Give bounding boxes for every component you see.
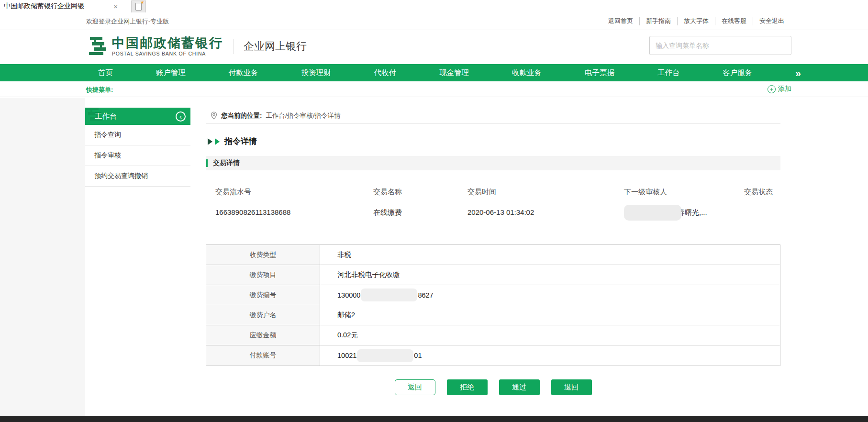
page-title-row: 指令详情	[206, 136, 780, 147]
nav-item-investment[interactable]: 投资理财	[301, 68, 331, 78]
redaction-box	[624, 205, 681, 221]
nav-item-payment[interactable]: 付款业务	[229, 68, 258, 78]
value-prefix: 130000	[337, 291, 360, 299]
nav-item-customer-service[interactable]: 客户服务	[723, 68, 752, 78]
nav-item-home[interactable]: 首页	[98, 68, 113, 78]
field-label: 交易流水号	[215, 188, 373, 197]
field-transaction-time: 交易时间 2020-06-13 01:34:02	[467, 188, 624, 221]
reviewer-partial-text: 春曙光,...	[678, 208, 707, 217]
table-row-payment-account: 付款账号 10021 01	[206, 345, 780, 366]
content-area: 工作台 ‹ 指令查询 指令审核 预约交易查询撤销 您当前的位置: 工作台/指令审…	[0, 98, 868, 416]
sidebar-title: 工作台	[95, 111, 117, 122]
link-home[interactable]: 返回首页	[602, 17, 639, 25]
row-label: 缴费户名	[206, 305, 320, 325]
nav-item-collection-payment[interactable]: 代收付	[374, 68, 397, 78]
sidebar: 工作台 ‹ 指令查询 指令审核 预约交易查询撤销	[85, 108, 190, 187]
redaction-box	[361, 289, 417, 301]
nav-item-workbench[interactable]: 工作台	[657, 68, 680, 78]
table-row-payment-number: 缴费编号 130000 8627	[206, 285, 780, 305]
nav-item-cash-management[interactable]: 现金管理	[439, 68, 469, 78]
new-tab-button[interactable]: ✶	[131, 0, 146, 12]
bottom-dark-bar	[0, 416, 868, 422]
main-nav: 首页 账户管理 付款业务 投资理财 代收付 现金管理 收款业务 电子票据 工作台…	[0, 64, 868, 81]
field-transaction-name: 交易名称 在线缴费	[373, 188, 467, 221]
link-beginner-guide[interactable]: 新手指南	[639, 17, 677, 25]
bank-name-en: POSTAL SAVINGS BANK OF CHINA	[112, 51, 223, 56]
table-row-charge-type: 收费类型 非税	[206, 245, 780, 265]
field-value	[744, 208, 780, 218]
nav-item-account-management[interactable]: 账户管理	[156, 68, 186, 78]
nav-item-e-bills[interactable]: 电子票据	[585, 68, 614, 78]
transaction-details-section-header: 交易详情	[206, 156, 780, 170]
transaction-summary: 交易流水号 1663890826113138688 交易名称 在线缴费 交易时间…	[206, 188, 780, 221]
approve-button[interactable]: 通过	[499, 379, 540, 395]
left-gutter	[0, 98, 85, 416]
field-value: 1663890826113138688	[215, 208, 373, 218]
link-enlarge-font[interactable]: 放大字体	[677, 17, 715, 25]
back-button[interactable]: 返回	[395, 379, 435, 395]
field-label: 下一级审核人	[624, 188, 744, 197]
plus-circle-icon: +	[768, 85, 776, 93]
field-transaction-status: 交易状态	[744, 188, 780, 221]
bank-emblem-icon	[85, 35, 108, 58]
field-label: 交易时间	[467, 188, 624, 197]
link-safe-logout[interactable]: 安全退出	[753, 17, 790, 25]
row-label: 付款账号	[206, 345, 320, 366]
double-triangle-icon	[208, 138, 212, 145]
row-value: 0.02元	[320, 325, 780, 345]
welcome-bar: 欢迎登录企业网上银行-专业版 返回首页 新手指南 放大字体 在线客服 安全退出	[0, 12, 868, 30]
breadcrumb-label: 您当前的位置:	[221, 111, 262, 120]
nav-more-chevrons-icon[interactable]: »	[795, 68, 801, 78]
new-tab-star-icon: ✶	[140, 0, 145, 6]
reject-button[interactable]: 拒绝	[447, 379, 488, 395]
value-suffix: 8627	[418, 291, 433, 299]
header-divider	[234, 39, 234, 54]
sidebar-item-instruction-query[interactable]: 指令查询	[85, 125, 190, 145]
action-buttons: 返回 拒绝 通过 退回	[206, 379, 780, 414]
quick-menu-bar: 快捷菜单: + 添加	[0, 81, 868, 97]
quick-menu-label: 快捷菜单:	[86, 86, 113, 94]
return-button[interactable]: 退回	[551, 379, 592, 395]
row-label: 收费类型	[206, 245, 320, 265]
row-value: 河北非税电子化收缴	[320, 265, 780, 285]
row-value-redacted: 10021 01	[320, 345, 780, 366]
tab-title: 中国邮政储蓄银行企业网银	[4, 2, 84, 11]
value-prefix: 10021	[337, 352, 356, 359]
add-label: 添加	[778, 85, 791, 93]
new-tab-page-icon: ✶	[135, 3, 142, 11]
browser-tab[interactable]: 中国邮政储蓄银行企业网银 ×	[0, 0, 123, 12]
table-row-payer-name: 缴费户名 邮储2	[206, 305, 780, 325]
field-label: 交易状态	[744, 188, 780, 197]
add-quick-menu-button[interactable]: + 添加	[768, 85, 791, 93]
bank-name-cn: 中国邮政储蓄银行	[112, 36, 223, 50]
table-row-payment-item: 缴费项目 河北非税电子化收缴	[206, 265, 780, 285]
table-row-amount-due: 应缴金额 0.02元	[206, 325, 780, 345]
field-next-reviewer: 下一级审核人 春曙光,...	[624, 188, 744, 221]
sidebar-item-scheduled-txn-cancel[interactable]: 预约交易查询撤销	[85, 166, 190, 187]
main-panel: 您当前的位置: 工作台/指令审核/指令详情 指令详情 交易详情 交易流水号 16…	[206, 108, 780, 414]
field-value: 2020-06-13 01:34:02	[467, 208, 624, 218]
menu-search-input[interactable]	[649, 36, 791, 55]
sidebar-collapse-icon[interactable]: ‹	[176, 111, 186, 122]
breadcrumb: 您当前的位置: 工作台/指令审核/指令详情	[206, 108, 780, 124]
row-label: 应缴金额	[206, 325, 320, 345]
welcome-text: 欢迎登录企业网上银行-专业版	[86, 17, 169, 26]
page-title: 指令详情	[224, 136, 257, 147]
row-label: 缴费编号	[206, 285, 320, 305]
link-online-service[interactable]: 在线客服	[715, 17, 753, 25]
row-value: 非税	[320, 245, 780, 265]
field-serial-number: 交易流水号 1663890826113138688	[215, 188, 373, 221]
field-value: 在线缴费	[373, 208, 467, 218]
row-value: 邮储2	[320, 305, 780, 325]
tab-close-icon[interactable]: ×	[111, 2, 120, 11]
field-value-redacted: 春曙光,...	[624, 208, 744, 221]
row-value-redacted: 130000 8627	[320, 285, 780, 305]
bank-name: 中国邮政储蓄银行 POSTAL SAVINGS BANK OF CHINA	[112, 36, 223, 56]
section-accent-bar	[206, 159, 208, 167]
site-header: 中国邮政储蓄银行 POSTAL SAVINGS BANK OF CHINA 企业…	[0, 30, 868, 64]
nav-item-receivables[interactable]: 收款业务	[512, 68, 542, 78]
section-title: 交易详情	[213, 159, 240, 167]
payment-details-table: 收费类型 非税 缴费项目 河北非税电子化收缴 缴费编号 130000 8627	[206, 244, 780, 366]
breadcrumb-path: 工作台/指令审核/指令详情	[266, 111, 341, 120]
sidebar-item-instruction-review[interactable]: 指令审核	[85, 145, 190, 166]
